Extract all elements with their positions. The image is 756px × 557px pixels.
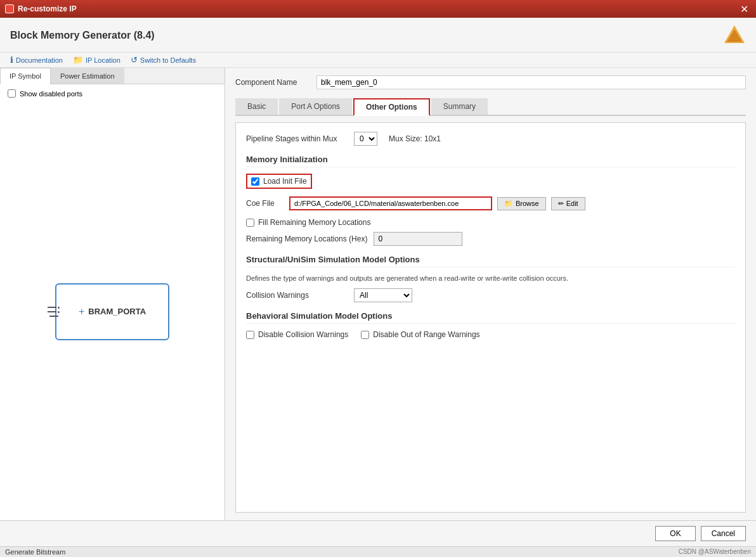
show-disabled-label: Show disabled ports [20, 90, 82, 98]
title-bar: Re-customize IP ✕ [0, 0, 756, 18]
disable-out-of-range-label: Disable Out of Range Warnings [373, 330, 479, 339]
behavioral-title: Behavioral Simulation Model Options [246, 311, 735, 324]
tab-power-estimation[interactable]: Power Estimation [51, 68, 124, 84]
show-disabled-checkbox[interactable] [8, 89, 16, 98]
tab-port-a-options[interactable]: Port A Options [279, 98, 352, 115]
info-icon: ℹ [10, 55, 13, 65]
folder-icon: 📁 [504, 200, 513, 208]
component-name-row: Component Name [235, 75, 746, 89]
load-init-highlighted: Load Init File [246, 174, 312, 189]
left-tabs: IP Symbol Power Estimation [0, 68, 225, 84]
structural-title: Structural/UniSim Simulation Model Optio… [246, 255, 735, 267]
disable-collision-checkbox[interactable] [246, 331, 254, 339]
bram-left-pins [48, 307, 60, 317]
fill-remaining-row: Fill Remaining Memory Locations [246, 218, 735, 227]
memory-init-title: Memory Initialization [246, 155, 735, 167]
load-init-row: Load Init File [246, 174, 735, 189]
bottom-bar: OK Cancel [0, 520, 756, 546]
switch-to-defaults-label: Switch to Defaults [140, 56, 196, 64]
coe-file-row: Coe File 📁 Browse ✏ Edit [246, 196, 735, 210]
coe-file-input[interactable] [289, 196, 492, 210]
tab-summary[interactable]: Summary [431, 98, 488, 115]
load-init-checkbox[interactable] [251, 177, 259, 186]
toolbar: ℹ Documentation 📁 IP Location ↺ Switch t… [0, 53, 756, 68]
documentation-link[interactable]: ℹ Documentation [10, 55, 63, 65]
switch-to-defaults-link[interactable]: ↺ Switch to Defaults [131, 55, 196, 65]
structural-desc: Defines the type of warnings and outputs… [246, 274, 735, 283]
watermark-text: CSDN @ASWaterbenben [679, 548, 751, 556]
content-area: IP Symbol Power Estimation Show disabled… [0, 68, 756, 520]
pipeline-row: Pipeline Stages within Mux 0 1 2 Mux Siz… [246, 132, 735, 146]
tab-other-options[interactable]: Other Options [353, 98, 430, 116]
header: Block Memory Generator (8.4) [0, 18, 756, 53]
collision-warnings-label: Collision Warnings [246, 291, 348, 300]
browse-label: Browse [516, 200, 539, 207]
ip-location-label: IP Location [86, 56, 121, 64]
folder-icon: 📁 [73, 55, 83, 65]
browse-button[interactable]: 📁 Browse [497, 197, 546, 210]
ip-location-link[interactable]: 📁 IP Location [73, 55, 121, 65]
bram-symbol: + BRAM_PORTA [55, 283, 169, 340]
right-panel: Component Name Basic Port A Options Othe… [225, 68, 756, 520]
collision-warnings-row: Collision Warnings All Generate X None [246, 288, 735, 302]
vivado-logo [723, 24, 746, 47]
mux-info: Mux Size: 10x1 [389, 134, 441, 143]
status-text: Generate Bitstream [5, 548, 65, 556]
tabs-bar: Basic Port A Options Other Options Summa… [235, 98, 746, 116]
load-init-label: Load Init File [263, 177, 307, 186]
remaining-hex-row: Remaining Memory Locations (Hex) [246, 232, 735, 246]
bram-label: BRAM_PORTA [88, 307, 146, 316]
disable-collision-row: Disable Collision Warnings [246, 330, 348, 339]
remaining-hex-input[interactable] [374, 232, 462, 246]
show-disabled-row: Show disabled ports [0, 84, 225, 103]
symbol-area: + BRAM_PORTA [0, 103, 225, 520]
fill-remaining-checkbox[interactable] [246, 219, 254, 227]
behavioral-section: Behavioral Simulation Model Options Disa… [246, 311, 735, 344]
collision-warnings-select[interactable]: All Generate X None [354, 288, 412, 302]
documentation-label: Documentation [16, 56, 63, 64]
tab-ip-symbol[interactable]: IP Symbol [0, 68, 51, 84]
main-window: Block Memory Generator (8.4) ℹ Documenta… [0, 18, 756, 557]
bram-plus-icon: + [79, 306, 84, 317]
refresh-icon: ↺ [131, 55, 138, 65]
app-icon [5, 4, 14, 13]
close-button[interactable]: ✕ [738, 3, 751, 15]
component-name-input[interactable] [316, 75, 746, 89]
disable-collision-label: Disable Collision Warnings [258, 330, 348, 339]
coe-file-label: Coe File [246, 199, 284, 208]
edit-icon: ✏ [558, 200, 564, 208]
title-bar-left: Re-customize IP [5, 4, 77, 13]
pipeline-select[interactable]: 0 1 2 [354, 132, 377, 146]
left-panel: IP Symbol Power Estimation Show disabled… [0, 68, 225, 520]
behavioral-checkboxes: Disable Collision Warnings Disable Out o… [246, 330, 735, 344]
status-bar: Generate Bitstream CSDN @ASWaterbenben [0, 546, 756, 557]
component-name-label: Component Name [235, 78, 311, 87]
tab-basic[interactable]: Basic [235, 98, 278, 115]
window-title: Block Memory Generator (8.4) [10, 30, 155, 41]
edit-label: Edit [566, 200, 578, 207]
fill-remaining-label: Fill Remaining Memory Locations [258, 218, 370, 227]
structural-section: Structural/UniSim Simulation Model Optio… [246, 255, 735, 302]
title-bar-text: Re-customize IP [18, 4, 77, 13]
pipeline-label: Pipeline Stages within Mux [246, 134, 348, 143]
disable-out-of-range-row: Disable Out of Range Warnings [361, 330, 479, 339]
cancel-button[interactable]: Cancel [701, 526, 746, 541]
remaining-hex-label: Remaining Memory Locations (Hex) [246, 234, 367, 243]
edit-button[interactable]: ✏ Edit [551, 197, 585, 210]
ok-button[interactable]: OK [655, 526, 695, 541]
tab-content: Pipeline Stages within Mux 0 1 2 Mux Siz… [235, 122, 746, 513]
disable-out-of-range-checkbox[interactable] [361, 331, 369, 339]
